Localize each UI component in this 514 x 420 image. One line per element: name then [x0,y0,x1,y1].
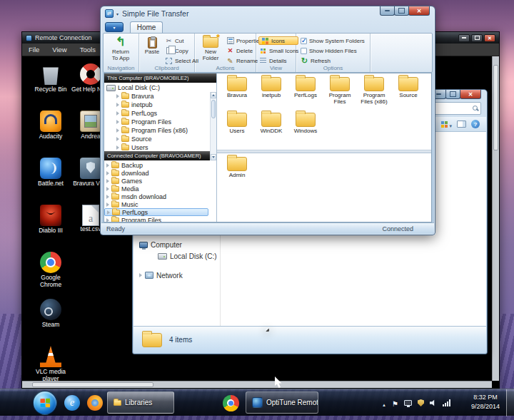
tree-item[interactable]: Backup [104,161,208,169]
desktop-icon[interactable]: Google Chrome [31,252,71,299]
maximize-button[interactable] [445,90,460,99]
tree-item[interactable]: Music [104,200,208,208]
taskbar-chrome-button[interactable] [221,394,240,412]
tree-item[interactable]: Users [104,143,208,152]
cut-button[interactable]: Cut [165,36,198,45]
minimize-button[interactable] [458,34,470,42]
expand-icon[interactable] [139,273,142,277]
display-icon[interactable] [404,400,412,406]
network-icon[interactable] [443,399,451,406]
expand-icon[interactable] [106,187,109,191]
select-all-button[interactable]: Select All [165,56,198,65]
expand-icon[interactable] [116,137,119,141]
tree-item[interactable]: Program Files (x86) [104,126,208,135]
tree-item[interactable]: Source [104,135,208,143]
expand-icon[interactable] [116,120,119,124]
expand-icon[interactable] [116,103,119,107]
taskbar-internet-explorer-button[interactable] [63,394,81,412]
tree-item[interactable]: PerfLogs [104,208,208,216]
quick-access-dropdown-icon[interactable] [116,11,119,16]
folder-item[interactable]: Admin [220,157,254,193]
checkbox-option[interactable]: Show System Folders [301,36,365,45]
close-button[interactable] [460,90,481,99]
remote-horizontal-scrollbar[interactable] [22,381,492,388]
desktop-icon[interactable]: Recycle Bin [31,63,71,111]
minimize-button[interactable] [380,6,395,16]
expand-icon[interactable] [106,163,109,168]
preview-pane-button[interactable] [457,121,466,128]
folder-item[interactable]: Program Files [323,77,357,113]
desktop-icon[interactable]: Audacity [31,111,71,158]
expand-icon[interactable] [116,145,119,150]
tree-item-local-disk[interactable]: Local Disk (C:) [104,83,208,92]
change-view-button[interactable] [441,118,452,130]
menu-item[interactable]: View [46,44,73,55]
expand-icon[interactable] [106,218,109,222]
start-button[interactable] [33,391,57,415]
tree-item[interactable]: PerfLogs [104,109,208,118]
taskbar-optitune-button[interactable]: OptiTune Remote... [246,391,318,414]
maximize-button[interactable] [471,34,483,42]
desktop-icon[interactable]: Steam [31,299,71,346]
expand-icon[interactable] [106,171,109,175]
help-button[interactable] [471,120,480,128]
maximize-button[interactable] [394,6,409,16]
icons-view-button[interactable]: Icons [258,36,298,45]
folder-item[interactable]: WinDDK [254,113,288,148]
folder-item[interactable]: Users [220,113,254,148]
nav-item[interactable]: Computer [133,239,220,250]
tree-item[interactable]: inetpub [104,101,208,109]
taskbar-libraries-button[interactable]: Libraries [107,391,174,414]
tab-home[interactable]: Home [130,21,163,33]
checkbox-icon[interactable] [301,38,307,44]
folder-item[interactable]: PerfLogs [288,77,323,113]
tree-item[interactable]: Games [104,177,208,185]
scrollbar-thumb[interactable] [211,100,216,118]
details-view-button[interactable]: Details [259,56,298,65]
close-button[interactable] [408,6,430,16]
close-button[interactable] [484,34,495,42]
tree-item[interactable]: msdn download [104,193,208,200]
local-files-view[interactable]: Bravura inetpub PerfLogs [217,73,431,150]
folder-item[interactable]: Source [391,77,425,113]
action-center-icon[interactable] [392,396,398,409]
copy-button[interactable]: Copy [165,46,198,55]
new-folder-button[interactable]: New Folder [197,36,224,62]
security-shield-icon[interactable] [418,399,424,406]
scrollbar-thumb[interactable] [32,382,153,387]
scroll-up-button[interactable] [211,92,216,98]
scrollbar-thumb[interactable] [493,65,498,150]
nav-item[interactable]: Local Disk (C:) [133,250,220,262]
paste-button[interactable]: Paste [141,36,163,56]
checkbox-option[interactable]: Show Hidden Files [301,46,365,55]
show-desktop-button[interactable] [506,389,514,416]
expand-icon[interactable] [116,111,119,116]
connected-files-view[interactable]: Admin [217,153,431,222]
remote-vertical-scrollbar[interactable] [492,56,499,381]
tree-item[interactable]: Program Files [104,118,208,126]
menu-item[interactable]: Tools [74,44,102,55]
expand-icon[interactable] [106,195,109,199]
folder-item[interactable]: inetpub [254,77,288,113]
taskbar-clock[interactable]: 8:32 PM 9/28/2014 [471,393,500,411]
scroll-down-button[interactable] [211,154,216,160]
tree-item[interactable]: Bravura [104,92,208,101]
expand-icon[interactable] [266,328,269,332]
tree-item[interactable]: Program Files [104,216,208,222]
folder-item[interactable]: Program Files (x86) [357,77,391,113]
expand-icon[interactable] [106,179,109,183]
nav-item[interactable]: Network [133,270,220,281]
expand-icon[interactable] [116,94,119,98]
refresh-button[interactable]: Refresh [301,56,365,65]
return-to-app-button[interactable]: Return To App [109,36,133,62]
tree-item[interactable]: download [104,169,208,177]
expand-icon[interactable] [116,128,119,133]
folder-item[interactable]: Windows [288,113,323,148]
expand-icon[interactable] [106,203,109,207]
checkbox-icon[interactable] [301,48,307,54]
application-menu-button[interactable] [105,22,124,32]
folder-item[interactable]: Bravura [220,77,254,113]
expand-icon[interactable] [107,210,110,215]
small-icons-view-button[interactable]: Small Icons [259,46,298,55]
tree-scrollbar[interactable] [210,92,216,160]
